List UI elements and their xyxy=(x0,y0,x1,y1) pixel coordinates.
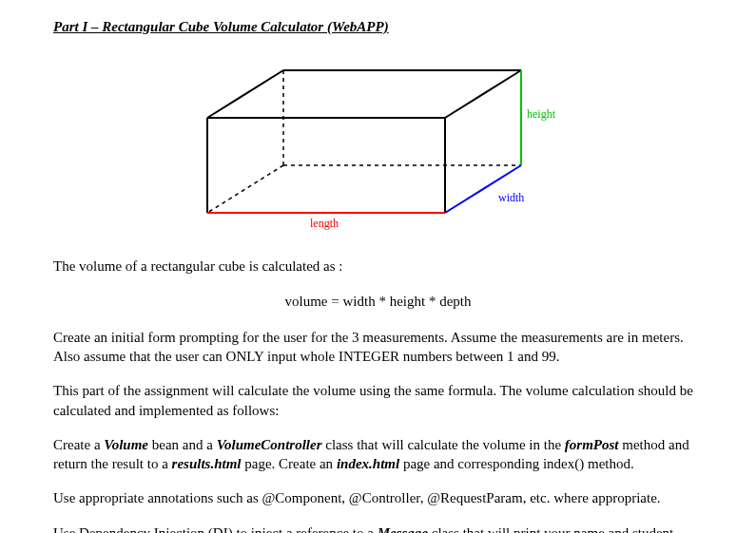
index-html: index.html xyxy=(337,456,399,471)
page-title: Part I – Rectangular Cube Volume Calcula… xyxy=(53,17,703,36)
text: Use Dependency Injection (DI) to inject … xyxy=(53,525,378,534)
label-width: width xyxy=(498,191,524,204)
volume-controller: VolumeController xyxy=(217,437,322,452)
edge-ae xyxy=(207,70,283,118)
volume-formula: volume = width * height * depth xyxy=(53,292,703,311)
edge-width xyxy=(445,165,521,213)
p-classes: Create a Volume bean and a VolumeControl… xyxy=(53,435,703,474)
edge-bf xyxy=(445,70,521,118)
p-di: Use Dependency Injection (DI) to inject … xyxy=(53,523,703,534)
p-calc-intro: This part of the assignment will calcula… xyxy=(53,381,703,420)
message-class: Message xyxy=(378,525,428,534)
p-form-reqs: Create an initial form prompting for the… xyxy=(53,328,703,367)
label-height: height xyxy=(527,107,556,121)
volume-bean: Volume xyxy=(104,437,148,452)
intro-line: The volume of a rectangular cube is calc… xyxy=(53,257,703,276)
hidden-edge-hd xyxy=(207,165,283,213)
text: page and corresponding index() method. xyxy=(399,456,634,471)
formpost-method: formPost xyxy=(565,437,619,452)
cube-diagram: height width length xyxy=(53,51,703,241)
text: bean and a xyxy=(148,437,217,452)
results-html: results.html xyxy=(172,456,242,471)
text: page. Create an xyxy=(242,456,337,471)
text: class that will calculate the volume in … xyxy=(322,437,565,452)
label-length: length xyxy=(310,217,339,230)
p-annotations: Use appropriate annotations such as @Com… xyxy=(53,488,703,507)
rectangular-cube-svg: height width length xyxy=(169,51,588,241)
text: Create a xyxy=(53,437,104,452)
